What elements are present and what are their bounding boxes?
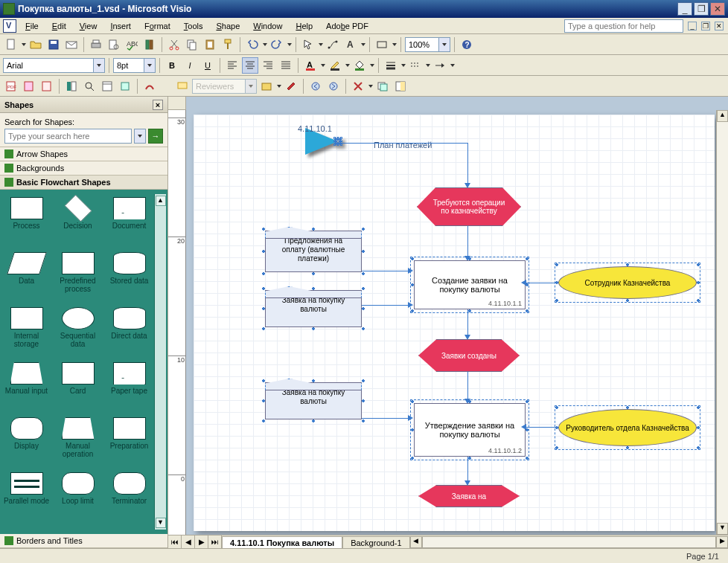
stencil-scroll-down[interactable]: ▼ (156, 518, 166, 528)
pointer-dropdown[interactable] (318, 36, 323, 53)
shape-master-parallel-mode[interactable]: Parallel mode (1, 469, 51, 523)
font-input[interactable] (4, 59, 93, 72)
doc-currency-request-2[interactable]: Заявка на покупку валюты (265, 382, 362, 419)
page[interactable]: 4.11.10.1 План платежей Требуются операц… (194, 115, 715, 531)
connector[interactable] (467, 372, 468, 400)
reviewers-input[interactable] (193, 80, 245, 93)
paste-button[interactable] (202, 36, 218, 53)
vertical-scrollbar[interactable]: ▲ ▼ (716, 110, 728, 535)
shape-master-terminator[interactable]: Terminator (104, 469, 154, 523)
format-painter-button[interactable] (220, 36, 236, 53)
mdi-close-button[interactable]: ✕ (715, 22, 724, 30)
hscroll-track[interactable] (422, 536, 716, 548)
sheet-tab-background[interactable]: Background-1 (342, 536, 410, 548)
print-button[interactable] (88, 36, 104, 53)
vscroll-up-button[interactable]: ▲ (717, 110, 728, 122)
track-markup-button[interactable] (258, 78, 275, 94)
connector[interactable] (362, 305, 409, 306)
connector[interactable] (467, 226, 468, 257)
shape-master-loop-limit[interactable]: Loop limit (53, 469, 103, 523)
line-weight-button[interactable] (383, 57, 399, 74)
track-markup-dropdown[interactable] (276, 78, 281, 94)
stencil-scrollbar[interactable]: ▲ ▼ (154, 194, 166, 530)
redo-dropdown[interactable] (287, 36, 292, 53)
pdf-export-button[interactable]: PDF (3, 78, 19, 94)
line-color-button[interactable] (327, 57, 343, 74)
hscroll-left-button[interactable]: ◀ (410, 536, 422, 548)
ruler-vertical[interactable]: 3020100 (168, 110, 186, 535)
align-left-button[interactable] (224, 57, 240, 74)
print-preview-button[interactable] (106, 36, 122, 53)
connector[interactable] (362, 271, 409, 271)
redo-button[interactable] (269, 36, 285, 53)
hex-request-partial[interactable]: Заявка на (418, 485, 520, 507)
connector-tool-button[interactable] (325, 36, 341, 53)
connector[interactable] (362, 418, 409, 419)
shape-master-manual-input[interactable]: Manual input (1, 359, 51, 413)
align-right-button[interactable] (260, 57, 276, 74)
menu-file[interactable]: File (19, 20, 45, 32)
connector[interactable] (526, 427, 558, 428)
connector[interactable] (467, 143, 468, 184)
reviewing-pane-button[interactable] (283, 78, 299, 94)
research-button[interactable] (141, 36, 158, 53)
tab-nav-first[interactable]: ⏮ (168, 535, 182, 548)
process-create-request[interactable]: Создание заявки на покупку валюты 4.11.1… (414, 260, 526, 309)
connector[interactable] (341, 143, 467, 144)
shape-master-internal-storage[interactable]: Internal storage (1, 304, 51, 358)
zoom-combo[interactable] (405, 37, 450, 52)
shape-master-paper-tape[interactable]: Paper tape (104, 359, 154, 413)
font-color-button[interactable]: A (302, 57, 319, 74)
shape-master-manual-operation[interactable]: Manual operation (53, 414, 103, 468)
font-combo[interactable] (3, 58, 105, 73)
close-button[interactable]: ✕ (710, 2, 725, 16)
menu-format[interactable]: Format (138, 20, 176, 32)
hex-requests-created[interactable]: Заявки созданы (418, 339, 520, 372)
stencil-backgrounds[interactable]: Backgrounds (0, 161, 167, 176)
vscroll-down-button[interactable]: ▼ (717, 523, 728, 535)
next-markup-button[interactable] (325, 78, 342, 94)
pointer-tool-button[interactable] (300, 36, 316, 53)
size-position-button[interactable] (117, 78, 133, 94)
role-treasury-head[interactable]: Руководитель отдела Казначейства (558, 409, 697, 446)
minimize-button[interactable]: _ (677, 2, 692, 16)
mdi-restore-button[interactable]: ❐ (701, 22, 710, 30)
line-color-dropdown[interactable] (345, 57, 350, 74)
drawing-surface[interactable]: 4.11.10.1 План платежей Требуются операц… (186, 110, 716, 535)
line-ends-button[interactable] (432, 57, 448, 74)
email-button[interactable] (63, 36, 80, 53)
rectangle-tool-button[interactable] (374, 36, 390, 53)
new-button[interactable] (3, 36, 19, 53)
menu-tools[interactable]: Tools (178, 20, 209, 32)
zoom-input[interactable] (406, 38, 438, 51)
tab-nav-prev[interactable]: ◀ (182, 535, 195, 548)
tab-nav-next[interactable]: ▶ (195, 535, 208, 548)
help-button[interactable]: ? (459, 36, 475, 53)
fontsize-dropdown[interactable] (144, 59, 155, 72)
undo-dropdown[interactable] (262, 36, 267, 53)
underline-button[interactable]: U (199, 57, 216, 74)
hex-requires-treasury[interactable]: Требуются операции по казначейству (417, 187, 521, 226)
pan-zoom-button[interactable] (81, 78, 98, 94)
align-center-button[interactable] (242, 57, 258, 74)
bold-button[interactable]: B (164, 57, 180, 74)
role-treasury-employee[interactable]: Сотрудник Казначейства (558, 266, 697, 299)
pdf-button-2[interactable] (21, 78, 37, 94)
delete-markup-button[interactable] (350, 78, 366, 94)
shape-master-predefined-process[interactable]: Predefined process (53, 249, 103, 303)
stencil-arrow-shapes[interactable]: Arrow Shapes (0, 147, 167, 161)
fill-color-button[interactable] (351, 57, 368, 74)
menu-view[interactable]: View (74, 20, 103, 32)
line-pattern-button[interactable] (407, 57, 424, 74)
shapes-search-dropdown[interactable] (134, 129, 146, 144)
shape-master-document[interactable]: Document (104, 194, 154, 248)
shape-master-sequential-data[interactable]: Sequential data (53, 304, 103, 358)
reviewing-task-pane-button[interactable] (392, 78, 409, 94)
shapes-panel-close-button[interactable]: × (153, 100, 163, 110)
menu-window[interactable]: Window (247, 20, 288, 32)
shapes-window-button[interactable] (63, 78, 80, 94)
fontsize-combo[interactable] (113, 58, 156, 73)
italic-button[interactable]: I (182, 57, 198, 74)
hscroll-right-button[interactable]: ▶ (716, 536, 728, 548)
shape-tool-dropdown[interactable] (392, 36, 397, 53)
